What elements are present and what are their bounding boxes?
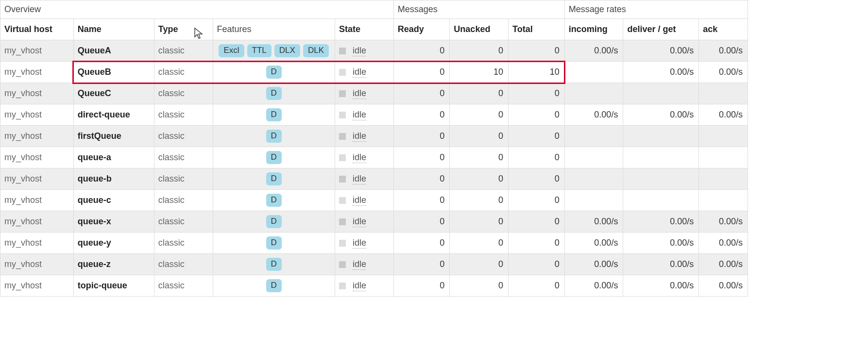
col-ready[interactable]: Ready	[393, 19, 450, 40]
cell-incoming	[564, 190, 623, 211]
cell-vhost: my_vhost	[0, 62, 74, 83]
cell-state: idle	[335, 83, 393, 104]
state-color-icon	[339, 48, 346, 54]
cell-ack	[699, 147, 748, 168]
feature-badge: D	[266, 87, 282, 100]
cell-state: idle	[335, 168, 393, 190]
col-deliver-get[interactable]: deliver / get	[623, 19, 699, 40]
cell-name[interactable]: queue-a	[73, 147, 154, 168]
feature-badge: Excl	[219, 44, 244, 57]
cell-unacked: 0	[450, 275, 509, 297]
col-vhost[interactable]: Virtual host	[0, 19, 74, 40]
col-incoming[interactable]: incoming	[564, 19, 623, 40]
feature-badge: TTL	[247, 44, 272, 57]
state-label: idle	[353, 46, 366, 56]
cell-ready: 0	[393, 147, 450, 168]
cell-ack	[699, 126, 748, 147]
cell-ready: 0	[393, 190, 450, 211]
cell-deliver-get	[623, 168, 699, 190]
queues-tbody: my_vhostQueueAclassicExclTTLDLXDLKidle00…	[0, 40, 748, 297]
cell-name[interactable]: queue-y	[73, 233, 154, 254]
cell-total: 0	[509, 233, 565, 254]
queue-type-label: classic	[158, 195, 185, 205]
cell-features: D	[213, 126, 335, 147]
cell-ready: 0	[393, 104, 450, 126]
cell-unacked: 0	[450, 126, 509, 147]
header-columns-row: Virtual host Name Type Features State Re…	[0, 19, 748, 40]
cell-incoming	[564, 83, 623, 104]
queue-name-link[interactable]: firstQueue	[78, 131, 121, 141]
cell-type: classic	[154, 126, 213, 147]
queue-name-link[interactable]: queue-z	[78, 259, 111, 269]
cell-type: classic	[154, 62, 213, 83]
vhost-label: my_vhost	[4, 110, 42, 119]
cell-name[interactable]: queue-c	[73, 190, 154, 211]
col-name[interactable]: Name	[73, 19, 154, 40]
col-unacked[interactable]: Unacked	[450, 19, 509, 40]
col-state[interactable]: State	[335, 19, 393, 40]
table-row: my_vhostqueue-cclassicDidle000	[0, 190, 748, 211]
col-features[interactable]: Features	[213, 19, 335, 40]
feature-badge: D	[266, 130, 282, 142]
table-row: my_vhostQueueCclassicDidle000	[0, 83, 748, 104]
table-row: my_vhostfirstQueueclassicDidle000	[0, 126, 748, 147]
queue-type-label: classic	[158, 67, 185, 77]
queue-name-link[interactable]: QueueB	[78, 67, 111, 77]
cell-total: 0	[509, 83, 565, 104]
queue-name-link[interactable]: queue-y	[78, 238, 111, 248]
cell-name[interactable]: QueueA	[73, 40, 154, 62]
queue-name-link[interactable]: QueueA	[78, 46, 111, 55]
feature-badge: D	[266, 66, 282, 78]
state-label: idle	[353, 131, 366, 142]
cell-total: 0	[509, 147, 565, 168]
table-row: my_vhostQueueBclassicDidle010100.00/s0.0…	[0, 62, 748, 83]
table-row: my_vhostqueue-xclassicDidle0000.00/s0.00…	[0, 211, 748, 233]
cell-features: D	[213, 62, 335, 83]
queue-name-link[interactable]: topic-queue	[78, 281, 127, 290]
vhost-label: my_vhost	[4, 259, 42, 269]
cell-vhost: my_vhost	[0, 104, 74, 126]
queue-type-label: classic	[158, 259, 185, 269]
col-ack[interactable]: ack	[699, 19, 748, 40]
cell-type: classic	[154, 254, 213, 275]
cell-name[interactable]: queue-x	[73, 211, 154, 233]
cell-name[interactable]: queue-z	[73, 254, 154, 275]
col-type[interactable]: Type	[154, 19, 213, 40]
queue-name-link[interactable]: queue-a	[78, 152, 111, 162]
state-color-icon	[339, 90, 346, 97]
state-color-icon	[339, 261, 346, 268]
feature-badge: D	[266, 236, 282, 249]
queue-name-link[interactable]: queue-c	[78, 195, 111, 205]
cell-incoming	[564, 147, 623, 168]
cell-deliver-get: 0.00/s	[623, 40, 699, 62]
cell-name[interactable]: direct-queue	[73, 104, 154, 126]
cell-name[interactable]: QueueB	[73, 62, 154, 83]
col-total[interactable]: Total	[509, 19, 565, 40]
cell-unacked: 0	[450, 147, 509, 168]
cell-state: idle	[335, 104, 393, 126]
queue-name-link[interactable]: queue-b	[78, 174, 112, 183]
state-color-icon	[339, 133, 346, 140]
cell-state: idle	[335, 147, 393, 168]
cell-ready: 0	[393, 233, 450, 254]
cell-type: classic	[154, 190, 213, 211]
state-label: idle	[353, 110, 366, 120]
cell-features: D	[213, 233, 335, 254]
cell-name[interactable]: topic-queue	[73, 275, 154, 297]
cell-name[interactable]: queue-b	[73, 168, 154, 190]
state-label: idle	[353, 217, 366, 227]
header-group-messages: Messages	[393, 0, 564, 19]
cell-ready: 0	[393, 83, 450, 104]
cell-ready: 0	[393, 168, 450, 190]
cell-vhost: my_vhost	[0, 147, 74, 168]
cell-name[interactable]: firstQueue	[73, 126, 154, 147]
queue-name-link[interactable]: queue-x	[78, 217, 111, 226]
cell-ready: 0	[393, 62, 450, 83]
cell-incoming: 0.00/s	[564, 104, 623, 126]
queue-name-link[interactable]: QueueC	[78, 88, 111, 98]
queue-type-label: classic	[158, 174, 185, 183]
cell-name[interactable]: QueueC	[73, 83, 154, 104]
queue-name-link[interactable]: direct-queue	[78, 110, 130, 119]
cell-vhost: my_vhost	[0, 126, 74, 147]
header-group-overview: Overview	[0, 0, 394, 19]
